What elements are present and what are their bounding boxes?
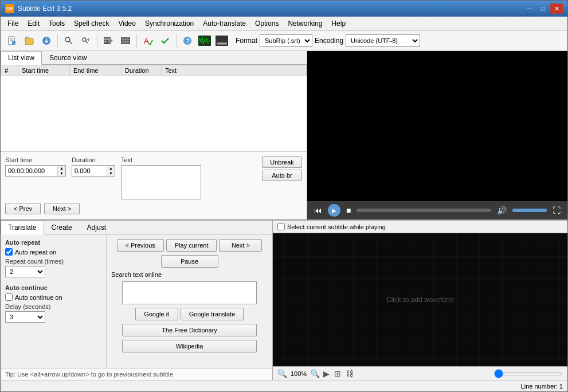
col-end: End time [70, 65, 122, 76]
subtitle-sync-button[interactable] [117, 33, 134, 49]
select-current-checkbox[interactable] [277, 223, 285, 230]
wikipedia-button[interactable]: Wikipedia [122, 340, 257, 352]
search-text-area[interactable] [122, 281, 257, 304]
search-online-label: Search text online [111, 271, 162, 278]
app-icon: SE [5, 4, 14, 13]
svg-text:?: ? [186, 37, 190, 44]
menu-spellcheck[interactable]: Spell check [69, 18, 113, 29]
menu-video[interactable]: Video [113, 18, 140, 29]
auto-repeat-label: Auto repeat [5, 239, 101, 246]
subtitle-text-area[interactable] [121, 165, 201, 199]
link-icon[interactable]: ⛓ [346, 369, 354, 378]
bottom-left-panel: Translate Create Adjust Auto repeat Auto… [1, 221, 273, 380]
svg-text:+: + [13, 42, 15, 45]
menu-networking[interactable]: Networking [283, 18, 327, 29]
svg-rect-12 [104, 38, 107, 40]
line-number: Line number: 1 [521, 383, 563, 390]
prev-button[interactable]: < Prev [5, 203, 41, 214]
start-time-down[interactable]: ▼ [57, 171, 65, 176]
volume-button[interactable]: 🔊 [495, 205, 509, 216]
google-it-button[interactable]: Google it [135, 308, 178, 320]
toolbar-separator-3 [136, 34, 137, 48]
find-replace-button[interactable] [78, 33, 94, 49]
zoom-out-button[interactable]: 🔍 [277, 369, 287, 378]
start-time-input[interactable] [6, 166, 57, 175]
menu-options[interactable]: Options [250, 18, 283, 29]
video-controls: ⏮ ▶ ■ 🔊 ⛶ [307, 201, 567, 219]
menu-autotranslate[interactable]: Auto-translate [198, 18, 250, 29]
translate-left-controls: Auto repeat Auto repeat on Repeat count … [1, 234, 107, 368]
edit-area: Start time ▲ ▼ Duration [1, 152, 307, 219]
next-play-button[interactable]: Next > [219, 239, 262, 252]
delay-label: Delay (seconds) [5, 303, 101, 310]
play-button[interactable]: ▶ [328, 204, 340, 217]
tab-list-view[interactable]: List view [1, 51, 42, 65]
subtitle-layout-button[interactable] [214, 33, 230, 49]
menu-help[interactable]: Help [327, 18, 350, 29]
title-bar: SE Subtitle Edit 3.5.2 ─ □ ✕ [1, 1, 567, 17]
encoding-select[interactable]: Unicode (UTF-8) [346, 34, 420, 47]
waveform-area[interactable]: Click to add waveform [273, 233, 567, 366]
tab-adjust[interactable]: Adjust [80, 221, 113, 234]
spellcheck-button[interactable]: A [140, 33, 156, 49]
translate-right-controls: < Previous Play current Next > Pause Sea… [107, 234, 272, 368]
timeline-slider[interactable] [494, 372, 563, 375]
help-button[interactable]: ? [179, 33, 195, 49]
stop-button[interactable]: ■ [344, 205, 353, 216]
free-dictionary-button[interactable]: The Free Dictionary [122, 324, 257, 336]
menu-file[interactable]: File [3, 18, 23, 29]
subtitle-table[interactable]: # Start time End time Duration Text [1, 65, 307, 152]
repeat-count-label: Repeat count (times) [5, 258, 101, 265]
next-button[interactable]: Next > [44, 203, 80, 214]
auto-continue-checkbox[interactable] [5, 293, 13, 301]
auto-continue-label: Auto continue [5, 284, 101, 291]
start-time-input-group: ▲ ▼ [5, 165, 66, 177]
video-open-button[interactable] [100, 33, 116, 49]
unbreak-button[interactable]: Unbreak [262, 156, 302, 168]
search-button[interactable] [61, 33, 77, 49]
format-select[interactable]: SubRip (.srt) [260, 34, 312, 47]
zoom-in-button[interactable]: 🔍 [310, 369, 320, 378]
new-button[interactable]: + [4, 33, 20, 49]
view-tabs: List view Source view [1, 51, 307, 65]
play-current-button[interactable]: Play current [166, 239, 217, 252]
close-button[interactable]: ✕ [550, 3, 563, 14]
svg-point-8 [83, 38, 86, 41]
delay-select[interactable]: 3 12345 [5, 311, 45, 323]
auto-repeat-checkbox[interactable] [5, 248, 13, 256]
auto-repeat-section: Auto repeat Auto repeat on Repeat count … [5, 239, 101, 277]
google-translate-button[interactable]: Google translate [181, 308, 244, 320]
pause-button[interactable]: Pause [161, 255, 218, 268]
waveform-click-text: Click to add waveform [386, 296, 454, 304]
download-button[interactable] [38, 33, 54, 49]
col-num: # [1, 65, 18, 76]
video-display [307, 51, 567, 201]
tab-translate[interactable]: Translate [1, 221, 44, 234]
check-button[interactable] [157, 33, 173, 49]
maximize-button[interactable]: □ [536, 3, 549, 14]
play-zoom-button[interactable]: ▶ [323, 369, 330, 378]
repeat-count-select[interactable]: 2 12345 [5, 266, 45, 277]
seek-back-button[interactable]: ⏮ [312, 205, 324, 216]
previous-button[interactable]: < Previous [117, 239, 164, 252]
translate-content: Auto repeat Auto repeat on Repeat count … [1, 234, 272, 368]
volume-slider[interactable] [512, 209, 547, 212]
auto-br-button[interactable]: Auto br [262, 170, 302, 181]
open-button[interactable] [21, 33, 37, 49]
tab-source-view[interactable]: Source view [42, 51, 94, 65]
minimize-button[interactable]: ─ [523, 3, 535, 14]
duration-up[interactable]: ▲ [107, 166, 115, 171]
waveform-button[interactable] [197, 33, 213, 49]
duration-input[interactable] [72, 166, 107, 175]
menu-tools[interactable]: Tools [44, 18, 69, 29]
svg-point-6 [65, 37, 70, 42]
menu-sync[interactable]: Synchronization [140, 18, 198, 29]
fullscreen-button[interactable]: ⛶ [550, 205, 563, 216]
progress-bar[interactable] [357, 209, 491, 212]
auto-continue-section: Auto continue Auto continue on Delay (se… [5, 284, 101, 323]
col-duration: Duration [122, 65, 162, 76]
duration-down[interactable]: ▼ [107, 171, 115, 176]
start-time-up[interactable]: ▲ [57, 166, 65, 171]
menu-edit[interactable]: Edit [23, 18, 44, 29]
tab-create[interactable]: Create [44, 221, 80, 234]
